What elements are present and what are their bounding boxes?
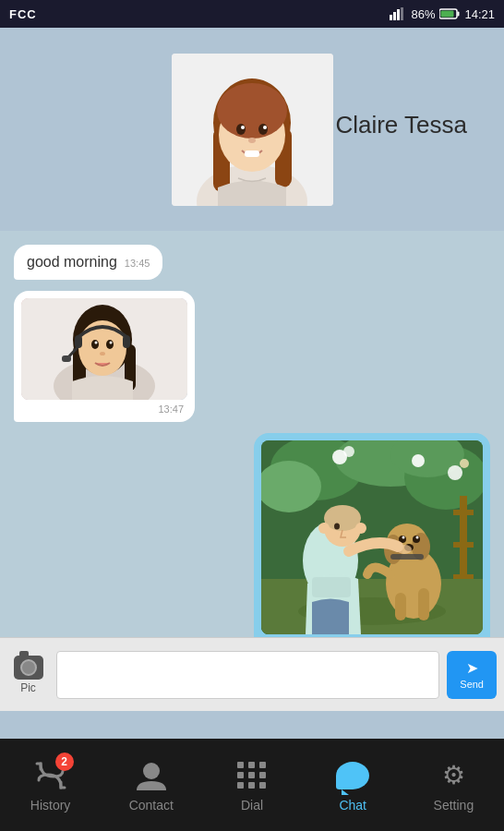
message-image-bubble: 13:47	[14, 291, 195, 422]
svg-rect-48	[453, 542, 474, 548]
setting-nav-icon: ⚙	[436, 758, 471, 793]
battery-label: 86%	[411, 7, 435, 21]
svg-point-66	[324, 505, 361, 531]
svg-point-42	[343, 446, 354, 457]
svg-point-43	[412, 454, 425, 467]
setting-nav-label: Setting	[434, 798, 474, 813]
carrier-label: FCC	[9, 7, 37, 21]
camera-icon	[14, 656, 43, 680]
svg-point-16	[241, 126, 245, 129]
image-message-time: 13:47	[21, 403, 187, 415]
svg-point-69	[334, 524, 340, 530]
svg-rect-2	[397, 9, 400, 20]
svg-rect-71	[312, 577, 351, 597]
svg-rect-54	[418, 588, 429, 620]
contact-icon	[135, 759, 168, 792]
signal-icon	[390, 7, 406, 20]
message-image	[21, 298, 187, 400]
svg-rect-3	[401, 7, 403, 20]
message-input[interactable]	[56, 651, 439, 699]
contact-nav-label: Contact	[129, 798, 174, 813]
send-button[interactable]: ➤ Send	[447, 651, 497, 699]
svg-rect-19	[245, 151, 259, 157]
svg-point-30	[91, 340, 99, 349]
svg-point-34	[100, 352, 105, 355]
svg-point-15	[258, 124, 268, 135]
dial-nav-icon	[234, 758, 270, 793]
incoming-image-content	[21, 298, 187, 400]
outgoing-image-content	[261, 440, 483, 634]
send-icon-text: ➤	[466, 659, 478, 677]
history-badge: 2	[55, 753, 74, 771]
svg-rect-27	[75, 335, 82, 348]
svg-point-61	[416, 536, 419, 539]
svg-rect-1	[393, 12, 396, 20]
svg-point-44	[448, 465, 462, 480]
dial-nav-label: Dial	[241, 798, 263, 813]
dial-grid-icon	[235, 760, 269, 790]
pic-label: Pic	[20, 681, 36, 694]
svg-point-33	[110, 342, 113, 344]
contact-avatar	[172, 54, 333, 206]
svg-rect-29	[62, 355, 71, 362]
chat-bubble-icon	[336, 762, 369, 789]
nav-item-chat[interactable]: Chat	[303, 758, 403, 813]
svg-rect-5	[458, 12, 460, 17]
chat-nav-label: Chat	[339, 798, 366, 813]
svg-point-68	[355, 523, 366, 534]
svg-rect-28	[123, 335, 130, 348]
message-incoming-text: good morning 13:45	[14, 245, 162, 280]
contact-name: Claire Tessa	[335, 111, 467, 139]
history-nav-label: History	[30, 798, 71, 813]
chat-nav-icon	[335, 758, 370, 793]
nav-item-contact[interactable]: Contact	[101, 758, 201, 813]
svg-rect-47	[453, 510, 474, 515]
nav-item-dial[interactable]: Dial	[201, 758, 302, 813]
contact-nav-icon	[134, 758, 169, 793]
svg-point-72	[143, 763, 160, 779]
send-label: Send	[460, 679, 484, 690]
svg-point-45	[460, 459, 469, 468]
input-area: Pic ➤ Send	[0, 637, 504, 711]
message-incoming-image: 13:47	[14, 291, 195, 422]
svg-rect-63	[390, 554, 424, 560]
bottom-nav: 2 History Contact Dial Chat	[0, 739, 504, 831]
svg-point-17	[263, 126, 267, 129]
outgoing-image	[261, 440, 483, 634]
time-label: 14:21	[464, 7, 495, 21]
chat-header: Claire Tessa	[0, 28, 504, 231]
svg-point-32	[95, 342, 98, 344]
svg-point-14	[236, 124, 246, 135]
svg-rect-0	[390, 15, 392, 20]
messages-area: good morning 13:45	[0, 231, 504, 637]
nav-item-setting[interactable]: ⚙ Setting	[403, 758, 504, 813]
history-nav-icon: 2	[33, 758, 68, 793]
svg-rect-53	[395, 593, 406, 620]
nav-item-history[interactable]: 2 History	[0, 758, 101, 813]
message-bubble: good morning 13:45	[14, 245, 162, 280]
pic-button[interactable]: Pic	[7, 656, 49, 694]
battery-icon	[439, 8, 460, 19]
outgoing-bubble: ✓ 13:27	[254, 433, 490, 637]
svg-point-67	[318, 523, 330, 534]
svg-point-18	[248, 138, 256, 143]
svg-point-31	[106, 340, 114, 349]
gear-icon: ⚙	[442, 760, 465, 790]
svg-rect-6	[441, 11, 454, 18]
message-text: good morning	[27, 254, 117, 271]
message-outgoing-image: ✓ 13:27	[254, 433, 490, 637]
contact-avatar-image	[172, 54, 333, 206]
status-right: 86% 14:21	[390, 7, 495, 21]
svg-point-13	[217, 83, 287, 138]
status-bar: FCC 86% 14:21	[0, 0, 504, 28]
svg-point-60	[402, 536, 405, 539]
message-time: 13:45	[125, 258, 150, 269]
